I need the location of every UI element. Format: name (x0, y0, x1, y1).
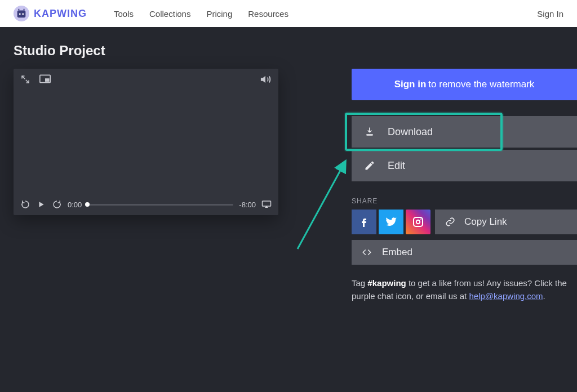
edit-label: Edit (388, 160, 405, 172)
twitter-share-icon[interactable] (379, 210, 403, 234)
airplay-icon[interactable] (261, 199, 272, 210)
copy-link-label: Copy Link (464, 216, 507, 228)
code-icon (362, 247, 372, 257)
brand-text: KAPWING (34, 8, 87, 20)
svg-point-9 (420, 219, 421, 220)
footer-post: . (543, 291, 545, 301)
nav-tools[interactable]: Tools (114, 9, 134, 19)
page-title: Studio Project (14, 43, 577, 59)
brand-logo-icon (14, 6, 29, 21)
embed-button[interactable]: Embed (352, 240, 577, 265)
footer-text: Tag #kapwing to get a like from us! Any … (352, 277, 577, 302)
svg-rect-4 (45, 78, 50, 82)
pip-icon[interactable] (39, 74, 51, 84)
cta-rest: to remove the watermark (428, 79, 534, 90)
nav-collections[interactable]: Collections (149, 9, 190, 19)
embed-label: Embed (382, 247, 412, 258)
brand[interactable]: KAPWING (14, 6, 87, 21)
top-nav: KAPWING Tools Collections Pricing Resour… (0, 0, 577, 27)
svg-rect-6 (366, 134, 373, 136)
download-label: Download (388, 126, 433, 138)
signin-cta[interactable]: Sign in to remove the watermark (352, 69, 577, 100)
progress-bar[interactable] (87, 204, 233, 206)
copy-link-button[interactable]: Copy Link (435, 210, 577, 234)
svg-rect-5 (263, 201, 271, 206)
svg-point-2 (22, 13, 24, 15)
progress-handle-icon[interactable] (85, 202, 90, 207)
svg-rect-0 (17, 11, 26, 18)
current-time: 0:00 (68, 201, 82, 209)
svg-point-1 (19, 13, 21, 15)
svg-point-8 (416, 220, 420, 224)
link-icon (445, 217, 455, 227)
remaining-time: -8:00 (239, 201, 256, 209)
footer-pre: Tag (352, 278, 367, 288)
download-icon (364, 126, 375, 137)
nav-signin[interactable]: Sign In (537, 9, 563, 19)
forward-15-icon[interactable] (52, 199, 62, 210)
edit-button[interactable]: Edit (352, 150, 577, 181)
nav-resources[interactable]: Resources (248, 9, 288, 19)
instagram-share-icon[interactable] (406, 210, 430, 234)
cta-strong: Sign in (394, 79, 427, 90)
share-label: SHARE (352, 197, 577, 205)
nav-pricing[interactable]: Pricing (206, 9, 232, 19)
nav-links: Tools Collections Pricing Resources (114, 9, 288, 19)
facebook-share-icon[interactable] (352, 210, 376, 234)
download-button[interactable]: Download (352, 116, 577, 148)
rewind-15-icon[interactable] (20, 199, 30, 210)
footer-hashtag: #kapwing (367, 278, 406, 288)
volume-icon[interactable] (259, 74, 272, 84)
expand-icon[interactable] (20, 74, 30, 84)
video-player[interactable]: 0:00 -8:00 (14, 69, 278, 215)
edit-icon (364, 160, 375, 171)
play-icon[interactable] (36, 199, 46, 210)
footer-email-link[interactable]: help@kapwing.com (469, 291, 543, 301)
